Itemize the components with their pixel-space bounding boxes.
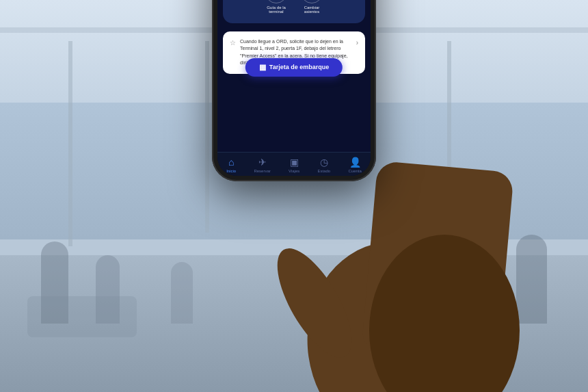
phone: 8:48 ▲ [212, 0, 376, 181]
viajes-label: Viajes [289, 169, 299, 173]
nav-cuenta[interactable]: 👤 Cuenta [348, 157, 361, 173]
phone-screen: 8:48 ▲ [217, 0, 371, 176]
chevron-right-icon[interactable]: › [356, 39, 358, 47]
change-seats-button[interactable]: 💺 Cambiarasientos [301, 0, 323, 14]
nav-estado[interactable]: ◷ Estado [318, 157, 331, 173]
content-spacer [217, 78, 371, 152]
status-icon: ◷ [320, 157, 328, 168]
nav-viajes[interactable]: ▣ Viajes [289, 157, 299, 173]
seat-icon: 💺 [301, 0, 323, 3]
scene: 8:48 ▲ [0, 0, 588, 392]
home-label: Inicio [226, 169, 236, 173]
action-buttons: 📍 Guía de laterminal 💺 Cambiarasientos [231, 0, 357, 16]
home-icon: ⌂ [228, 157, 234, 168]
boarding-pass-label: Tarjeta de embarque [269, 64, 329, 70]
nav-home[interactable]: ⌂ Inicio [226, 157, 236, 173]
qr-icon: ▦ [259, 63, 266, 72]
change-seats-label: Cambiarasientos [304, 5, 320, 14]
star-icon: ☆ [230, 39, 236, 47]
flight-card: ✈ Confirmación: ABC123 Martes, 5 de novi… [223, 0, 365, 23]
boarding-pass-button[interactable]: ▦ Tarjeta de embarque [245, 58, 343, 77]
terminal-guide-button[interactable]: 📍 Guía de laterminal [265, 0, 287, 14]
nav-reservar[interactable]: ✈ Reservar [254, 157, 270, 173]
estado-label: Estado [318, 169, 331, 173]
reservar-label: Reservar [254, 169, 270, 173]
bottom-nav: ⌂ Inicio ✈ Reservar ▣ Viajes ◷ [217, 152, 371, 176]
trips-icon: ▣ [290, 157, 299, 168]
location-icon: 📍 [265, 0, 287, 3]
cuenta-label: Cuenta [348, 169, 361, 173]
info-card: ☆ Cuando llegue a ORD, solicite que lo d… [223, 31, 365, 74]
flight-icon: ✈ [258, 157, 267, 168]
account-icon: 👤 [349, 157, 361, 168]
main-content: ✈ Confirmación: ABC123 Martes, 5 de novi… [217, 0, 371, 176]
terminal-guide-label: Guía de laterminal [267, 5, 286, 14]
